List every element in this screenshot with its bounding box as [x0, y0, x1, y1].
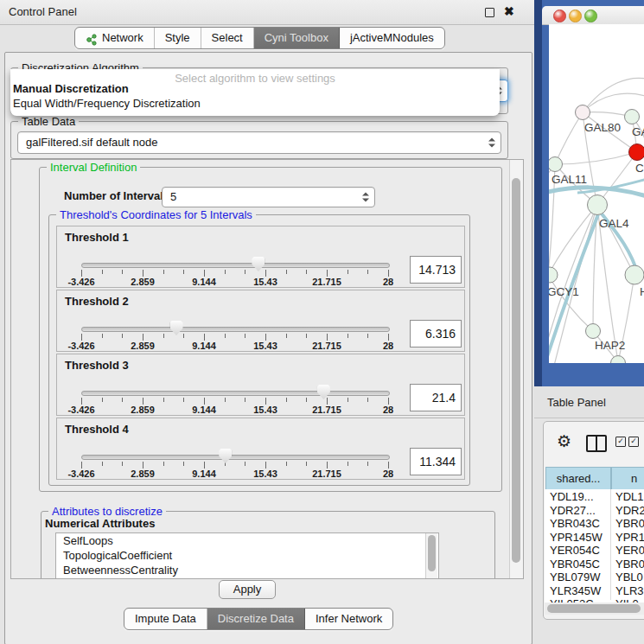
table-cell-name[interactable]: YBR0: [615, 517, 644, 530]
column-layout-icon[interactable]: [586, 435, 607, 452]
tick-mark: [367, 334, 368, 338]
attribute-list-item[interactable]: SelfLoops: [56, 533, 438, 548]
settings-vertical-scrollbar[interactable]: [509, 160, 523, 578]
threshold-label: Threshold 3: [65, 359, 129, 372]
dropdown-option[interactable]: Equal Width/Frequency Discretization: [13, 97, 201, 110]
threshold-value-field[interactable]: 14.713: [410, 256, 462, 284]
threshold-value-field[interactable]: 11.344: [410, 448, 462, 475]
slider-thumb[interactable]: [170, 321, 183, 335]
apply-button[interactable]: Apply: [219, 580, 276, 599]
table-cell-shared-name[interactable]: YDR27...: [550, 504, 596, 517]
network-node-gal4[interactable]: [588, 195, 608, 215]
table-cell-name[interactable]: YBR0: [615, 558, 644, 571]
tick-label: -3.426: [67, 277, 94, 287]
tick-mark: [122, 334, 123, 338]
table-cell-shared-name[interactable]: YBL079W: [550, 571, 601, 583]
checkbox-icon[interactable]: ✓: [615, 437, 626, 447]
gear-icon[interactable]: ⚙: [557, 433, 571, 450]
attribute-list-item[interactable]: BetweennessCentrality: [56, 563, 438, 577]
threshold-slider-track[interactable]: [81, 327, 390, 332]
table-cell-name[interactable]: YDL1: [615, 490, 644, 503]
tick-mark: [122, 398, 123, 402]
table-cell-shared-name[interactable]: YBR045C: [550, 558, 600, 571]
tick-mark: [204, 334, 205, 341]
table-cell-name[interactable]: YDR2: [615, 504, 644, 517]
tab-style[interactable]: Style: [155, 28, 201, 48]
network-node-ga[interactable]: [625, 110, 640, 124]
tick-mark: [163, 462, 164, 466]
network-edge[interactable]: [554, 205, 597, 363]
tick-mark: [327, 462, 328, 469]
network-node-gal11[interactable]: [549, 157, 563, 172]
network-window-titlebar: [542, 6, 644, 25]
network-node-label: HAP2: [595, 339, 625, 352]
table-cell-name[interactable]: YBL0: [615, 571, 643, 583]
tab-network[interactable]: Network: [75, 28, 155, 48]
table-cell-shared-name[interactable]: YLR345W: [550, 584, 601, 597]
tick-mark: [81, 270, 82, 277]
attributes-list-scrollbar[interactable]: [425, 533, 437, 579]
attribute-list-item[interactable]: TopologicalCoefficient: [56, 548, 438, 563]
table-body[interactable]: YDL19...YDL1YDR27...YDR2YBR043CYBR0YPR14…: [545, 489, 644, 603]
tab-jactivemnodules[interactable]: jActiveMNodules: [340, 28, 444, 48]
tab-infer-network[interactable]: Infer Network: [305, 609, 392, 629]
tick-mark: [122, 462, 123, 466]
minimize-traffic-light[interactable]: [569, 10, 582, 22]
checkbox-icon[interactable]: ✓: [628, 437, 639, 447]
table-cell-name[interactable]: YER0: [615, 544, 644, 557]
network-node-hap2[interactable]: [586, 324, 601, 339]
numerical-attributes-list[interactable]: SelfLoopsTopologicalCoefficientBetweenne…: [55, 532, 439, 579]
table-cell-name[interactable]: YLR3: [615, 584, 644, 597]
threshold-value-field[interactable]: 21.4: [410, 384, 462, 411]
table-horizontal-scrollbar[interactable]: [545, 603, 644, 615]
network-edge[interactable]: [555, 152, 637, 164]
tab-impute-data[interactable]: Impute Data: [124, 609, 207, 629]
threshold-slider-track[interactable]: [81, 455, 390, 460]
tick-mark: [367, 270, 368, 274]
slider-thumb[interactable]: [219, 449, 232, 463]
tick-label: 9.144: [192, 469, 216, 479]
float-window-icon[interactable]: [485, 8, 494, 17]
tick-mark: [183, 334, 184, 338]
tab-label: jActiveMNodules: [350, 28, 434, 48]
table-cell-shared-name[interactable]: YBR043C: [550, 517, 600, 530]
tick-mark: [306, 270, 307, 274]
network-node-c[interactable]: [629, 144, 644, 161]
column-header-shared-name[interactable]: shared...: [545, 467, 611, 490]
threshold-slider-track[interactable]: [81, 263, 390, 268]
tick-label: 21.715: [312, 469, 341, 479]
network-node-label: GAL4: [599, 217, 629, 230]
tick-mark: [102, 334, 103, 338]
network-node-h[interactable]: [625, 265, 644, 284]
thresholds-groupbox: Threshold's Coordinates for 5 Intervals …: [48, 214, 470, 486]
close-traffic-light[interactable]: [553, 10, 566, 22]
interval-definition-groupbox: Interval Definition Number of Intervals …: [39, 167, 502, 492]
tab-discretize-data[interactable]: Discretize Data: [207, 609, 305, 629]
table-cell-shared-name[interactable]: YPR145W: [550, 531, 603, 544]
threshold-slider-track[interactable]: [81, 391, 390, 396]
table-cell-shared-name[interactable]: YER054C: [550, 544, 600, 557]
threshold-value-field[interactable]: 6.316: [410, 320, 462, 348]
tick-mark: [183, 270, 184, 274]
network-edge[interactable]: [555, 112, 583, 164]
tab-select[interactable]: Select: [201, 28, 254, 48]
table-cell-name[interactable]: YPR1: [615, 531, 644, 544]
close-icon[interactable]: ✖: [504, 4, 514, 18]
network-canvas[interactable]: GAL80GACGAL11GAL4GCY1HHAP2: [549, 24, 644, 363]
tab-label: Style: [165, 28, 190, 48]
tab-cyni-toolbox[interactable]: Cyni Toolbox: [254, 28, 340, 48]
network-node-gal80[interactable]: [576, 105, 590, 120]
network-node[interactable]: [611, 356, 626, 364]
column-header-name[interactable]: n: [611, 467, 644, 490]
network-node-gcy1[interactable]: [549, 267, 558, 283]
tick-mark: [348, 334, 348, 338]
table-data-combobox[interactable]: galFiltered.sif default node: [17, 131, 501, 154]
number-of-intervals-combobox[interactable]: 5: [162, 187, 375, 207]
tick-mark: [204, 398, 205, 405]
table-cell-shared-name[interactable]: YDL19...: [550, 490, 594, 503]
dropdown-option[interactable]: Manual Discretization: [13, 82, 129, 95]
slider-thumb[interactable]: [317, 385, 330, 399]
slider-thumb[interactable]: [252, 257, 265, 271]
tick-mark: [388, 334, 389, 341]
zoom-traffic-light[interactable]: [584, 10, 597, 22]
